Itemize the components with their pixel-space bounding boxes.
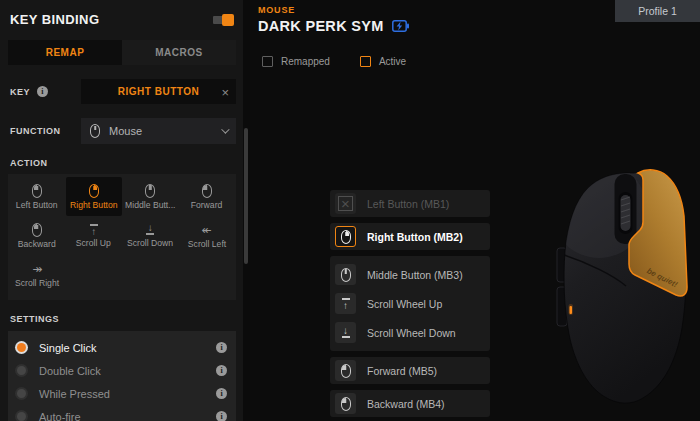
binding-middle-button[interactable]: Middle Button (MB3) — [330, 260, 490, 289]
blocked-icon — [338, 196, 353, 211]
action-grid: Left Button Right Button Middle Butt... … — [8, 174, 236, 300]
info-icon[interactable] — [216, 388, 227, 399]
profile-button[interactable]: Profile 1 — [615, 0, 700, 22]
device-type: MOUSE — [258, 5, 410, 15]
radio-icon — [17, 343, 26, 352]
action-middle-button[interactable]: Middle Butt... — [122, 177, 179, 216]
action-scroll-up[interactable]: Scroll Up — [66, 216, 123, 255]
info-icon[interactable] — [216, 365, 227, 376]
binding-left-button[interactable]: Left Button (MB1) — [330, 190, 490, 217]
checkbox-active[interactable]: Active — [360, 56, 406, 67]
radio-icon — [17, 412, 26, 421]
mouse-middle-icon — [341, 268, 351, 282]
scroll-wheel — [621, 195, 631, 231]
mouse-image: be quiet! — [543, 148, 700, 421]
mouse-preview: be quiet! — [543, 148, 700, 421]
action-left-button[interactable]: Left Button — [9, 177, 66, 216]
panel-gutter — [243, 0, 250, 421]
mouse-backward-icon — [32, 223, 42, 237]
scroll-left-icon — [202, 223, 212, 237]
action-scroll-right[interactable]: Scroll Right — [9, 255, 66, 294]
tab-macros[interactable]: MACROS — [122, 40, 236, 65]
device-header: MOUSE DARK PERK SYM — [258, 5, 410, 34]
checkbox-remapped[interactable]: Remapped — [262, 56, 330, 67]
key-input[interactable]: RIGHT BUTTON × — [81, 79, 236, 104]
function-value: Mouse — [109, 125, 212, 137]
binding-scroll-wheel-up[interactable]: Scroll Wheel Up — [330, 289, 490, 318]
battery-charging-icon — [392, 20, 410, 32]
option-while-pressed[interactable]: While Pressed — [17, 382, 227, 405]
function-label: FUNCTION — [10, 126, 61, 136]
toggle-knob — [222, 14, 234, 26]
action-scroll-left[interactable]: Scroll Left — [179, 216, 236, 255]
key-value: RIGHT BUTTON — [81, 86, 236, 97]
binding-backward[interactable]: Backward (MB4) — [330, 390, 490, 417]
mouse-forward-icon — [202, 184, 212, 198]
radio-icon — [17, 389, 26, 398]
action-right-button[interactable]: Right Button — [66, 177, 123, 216]
action-scroll-down[interactable]: Scroll Down — [122, 216, 179, 255]
mouse-right-icon — [341, 230, 351, 244]
checkbox-icon — [360, 56, 371, 67]
scroll-down-icon — [146, 223, 154, 236]
option-single-click[interactable]: Single Click — [17, 336, 227, 359]
device-name: DARK PERK SYM — [258, 18, 384, 34]
mouse-left-icon — [32, 184, 42, 198]
info-icon[interactable] — [216, 411, 227, 421]
info-icon[interactable] — [216, 342, 227, 353]
bindings-list: Left Button (MB1) Right Button (MB2) Mid… — [330, 190, 490, 421]
clear-key-icon[interactable]: × — [221, 85, 229, 98]
wheel-binding-group: Middle Button (MB3) Scroll Wheel Up Scro… — [330, 256, 490, 351]
settings-box: Single Click Double Click While Pressed … — [8, 331, 236, 421]
tab-remap[interactable]: REMAP — [8, 40, 122, 65]
mouse-right-icon — [89, 184, 99, 198]
chevron-down-icon — [221, 125, 229, 133]
mouse-icon — [90, 124, 100, 138]
key-binding-header: KEY BINDING — [10, 12, 234, 27]
scrollbar-thumb[interactable] — [244, 128, 248, 264]
option-double-click[interactable]: Double Click — [17, 359, 227, 382]
scroll-down-icon — [342, 326, 350, 339]
function-row: FUNCTION Mouse — [10, 118, 236, 144]
key-binding-panel: KEY BINDING REMAP MACROS KEY RIGHT BUTTO… — [0, 0, 243, 421]
option-auto-fire[interactable]: Auto-fire — [17, 405, 227, 421]
key-row: KEY RIGHT BUTTON × — [10, 79, 236, 104]
settings-label: SETTINGS — [10, 314, 236, 324]
tab-bar: REMAP MACROS — [8, 40, 236, 65]
led-indicator — [570, 306, 573, 314]
binding-scroll-wheel-down[interactable]: Scroll Wheel Down — [330, 318, 490, 347]
key-binding-toggle[interactable] — [213, 14, 234, 26]
mouse-backward-icon — [341, 397, 351, 411]
action-label: ACTION — [10, 158, 236, 168]
binding-forward[interactable]: Forward (MB5) — [330, 357, 490, 384]
action-backward[interactable]: Backward — [9, 216, 66, 255]
mouse-forward-icon — [341, 364, 351, 378]
checkbox-icon — [262, 56, 273, 67]
key-label: KEY — [10, 87, 30, 97]
scroll-up-icon — [90, 223, 98, 236]
scroll-up-icon — [342, 297, 350, 310]
scroll-right-icon — [32, 262, 42, 276]
radio-icon — [17, 366, 26, 375]
key-info-icon[interactable] — [37, 86, 48, 97]
mouse-middle-icon — [145, 184, 155, 198]
function-select[interactable]: Mouse — [81, 118, 236, 144]
binding-right-button[interactable]: Right Button (MB2) — [330, 223, 490, 250]
action-forward[interactable]: Forward — [179, 177, 236, 216]
filter-row: Remapped Active — [262, 56, 406, 67]
panel-title: KEY BINDING — [10, 12, 99, 27]
